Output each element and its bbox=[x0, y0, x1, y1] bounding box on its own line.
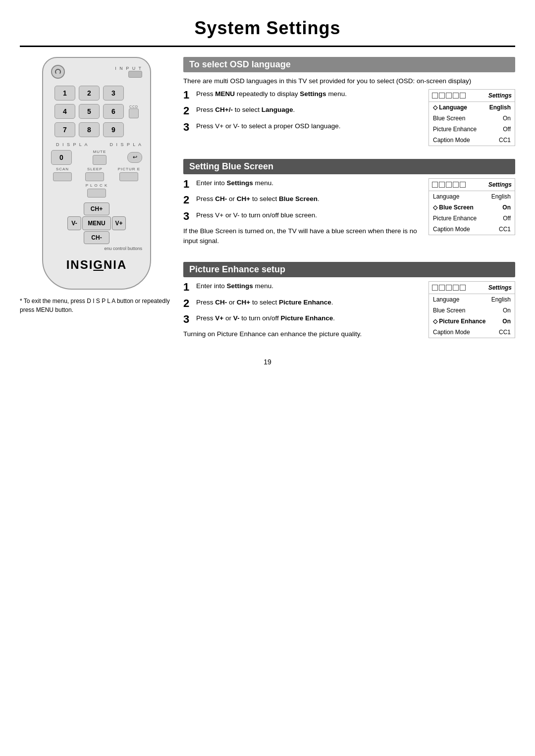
power-button[interactable] bbox=[51, 65, 65, 79]
remote-note: * To exit the menu, press D I S P L A bu… bbox=[20, 297, 173, 314]
num-7-button[interactable]: 7 bbox=[54, 122, 75, 137]
osd-steps-col: 1 Press MENU repeatedly to display Setti… bbox=[183, 89, 424, 137]
num-3-button[interactable]: 3 bbox=[103, 86, 124, 101]
picture-enhance-section: Picture Enhance setup 1 Enter into Setti… bbox=[183, 262, 515, 346]
dispa-label2: D I S P L A bbox=[109, 142, 142, 147]
mute-button[interactable] bbox=[93, 155, 107, 165]
osd-steps-with-box: 1 Press MENU repeatedly to display Setti… bbox=[183, 89, 515, 146]
osd-step2: 2 Press CH+/- to select Language. bbox=[183, 105, 424, 117]
menu-button[interactable]: MENU bbox=[82, 216, 111, 230]
picture-enhance-step3: 3 Press V+ or V- to turn on/off Picture … bbox=[183, 313, 424, 325]
num-2-button[interactable]: 2 bbox=[79, 86, 100, 101]
picture-enhance-note: Turning on Picture Enhance can enhance t… bbox=[183, 329, 424, 339]
page-title: System Settings bbox=[20, 18, 515, 39]
osd-settings-box: Settings ◇ Language English Blue Screen … bbox=[428, 89, 515, 146]
osd-step3: 3 Press V+ or V- to select a proper OSD … bbox=[183, 121, 424, 133]
nav-cross: CH+ V- MENU V+ CH- bbox=[51, 202, 142, 244]
blue-screen-step1: 1 Enter into Settings menu. bbox=[183, 178, 424, 190]
osd-intro: There are multi OSD languages in this TV… bbox=[183, 76, 515, 86]
plock-label: P L O C K bbox=[86, 183, 108, 188]
picture-enhance-steps-with-box: 1 Enter into Settings menu. 2 Press CH- … bbox=[183, 281, 515, 342]
num-0-button[interactable]: 0 bbox=[51, 150, 72, 165]
num-4-button[interactable]: 4 bbox=[54, 104, 75, 119]
blue-screen-steps-col: 1 Enter into Settings menu. 2 Press CH- … bbox=[183, 178, 424, 249]
blue-screen-header: Setting Blue Screen bbox=[183, 159, 515, 174]
mute-label: MUTE bbox=[93, 150, 107, 154]
blue-screen-step3: 3 Press V+ or V- to turn on/off blue scr… bbox=[183, 210, 424, 222]
plock-button[interactable] bbox=[87, 189, 106, 198]
v-plus-button[interactable]: V+ bbox=[112, 216, 126, 230]
picture-button[interactable] bbox=[119, 172, 138, 181]
last-button[interactable]: ↩ bbox=[127, 152, 142, 163]
content-column: To select OSD language There are multi O… bbox=[183, 57, 515, 346]
blue-screen-note: If the Blue Screen is turned on, the TV … bbox=[183, 226, 424, 247]
remote-body: I N P U T 1 2 3 4 5 6 7 8 9 CCD bbox=[42, 57, 151, 290]
osd-section: To select OSD language There are multi O… bbox=[183, 57, 515, 150]
picture-enhance-settings-box: Settings Language English Blue Screen On bbox=[428, 281, 515, 338]
page-title-bar: System Settings bbox=[20, 9, 515, 47]
blue-screen-step2: 2 Press CH- or CH+ to select Blue Screen… bbox=[183, 194, 424, 206]
sleep-button[interactable] bbox=[85, 172, 104, 181]
num-6-button[interactable]: 6 bbox=[103, 104, 124, 119]
blue-screen-settings-box: Settings Language English ◇ Blue Screen … bbox=[428, 178, 515, 235]
input-button[interactable] bbox=[128, 71, 142, 78]
ch-plus-button[interactable]: CH+ bbox=[84, 202, 109, 215]
insignia-logo: INSIGNIA bbox=[66, 258, 127, 272]
input-label: I N P U T bbox=[115, 66, 142, 71]
picture-enhance-header: Picture Enhance setup bbox=[183, 262, 515, 277]
osd-step1: 1 Press MENU repeatedly to display Setti… bbox=[183, 89, 424, 101]
num-9-button[interactable]: 9 bbox=[103, 122, 124, 137]
num-5-button[interactable]: 5 bbox=[79, 104, 100, 119]
dispa-label1: D I S P L A bbox=[56, 142, 89, 147]
picture-enhance-steps-col: 1 Enter into Settings menu. 2 Press CH- … bbox=[183, 281, 424, 342]
ccd-label: CCD bbox=[129, 105, 138, 108]
osd-section-header: To select OSD language bbox=[183, 57, 515, 72]
sleep-label: SLEEP bbox=[87, 167, 103, 171]
ccd-area: CCD bbox=[129, 105, 139, 118]
num-1-button[interactable]: 1 bbox=[54, 86, 75, 101]
num-8-button[interactable]: 8 bbox=[79, 122, 100, 137]
scan-button[interactable] bbox=[53, 172, 72, 181]
scan-label: SCAN bbox=[56, 167, 69, 171]
picture-enhance-step2: 2 Press CH- or CH+ to select Picture Enh… bbox=[183, 298, 424, 309]
picture-enhance-step1: 1 Enter into Settings menu. bbox=[183, 281, 424, 293]
numpad: 1 2 3 4 5 6 7 8 9 bbox=[54, 86, 124, 137]
picture-label: PICTUR E bbox=[118, 167, 140, 171]
blue-screen-section: Setting Blue Screen 1 Enter into Setting… bbox=[183, 159, 515, 253]
scan-sleep-picture-row: SCAN SLEEP PICTUR E bbox=[51, 167, 142, 181]
ch-minus-button[interactable]: CH- bbox=[84, 231, 109, 244]
page-number: 19 bbox=[0, 358, 535, 366]
blue-screen-steps-with-box: 1 Enter into Settings menu. 2 Press CH- … bbox=[183, 178, 515, 249]
ccd-button[interactable] bbox=[129, 108, 139, 118]
menu-control-label: enu control buttons bbox=[104, 246, 142, 251]
remote-control-column: I N P U T 1 2 3 4 5 6 7 8 9 CCD bbox=[20, 57, 173, 346]
plock-row: P L O C K bbox=[51, 183, 142, 198]
v-minus-button[interactable]: V- bbox=[67, 216, 81, 230]
